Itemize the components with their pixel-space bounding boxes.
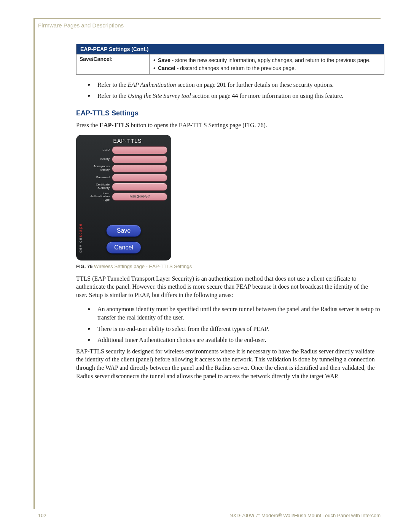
page-number: 102	[38, 513, 46, 518]
intro-paragraph: Press the EAP-TTLS button to opens the E…	[76, 121, 381, 129]
ca-input[interactable]	[112, 183, 167, 191]
diff-inner-auth-choices: Additional Inner Authentication choices …	[88, 336, 381, 344]
row-content: Save - store the new security informatio…	[150, 54, 384, 75]
ref-site-survey: Refer to the Using the Site Survey tool …	[88, 92, 381, 100]
page-footer: 102 NXD-700Vi 7" Modero® Wall/Flush Moun…	[38, 510, 381, 518]
password-input[interactable]	[112, 174, 167, 182]
label-inner-auth: Inner Authentication Type	[88, 192, 110, 202]
settings-table: EAP-PEAP Settings (Cont.) Save/Cancel: S…	[76, 44, 384, 75]
identity-input[interactable]	[112, 155, 167, 163]
diff-no-peap-select: There is no end-user ability to select f…	[88, 325, 381, 333]
figure-caption: FIG. 76 Wireless Settings page - EAP-TTL…	[76, 264, 381, 269]
cancel-bullet: Cancel - discard changes and return to t…	[153, 65, 381, 72]
ttls-security-paragraph: EAP-TTLS security is designed for wirele…	[76, 347, 381, 380]
table-row: Save/Cancel: Save - store the new securi…	[76, 54, 384, 75]
save-bullet: Save - store the new security informatio…	[153, 57, 381, 64]
top-rule	[35, 18, 381, 19]
page-header: Firmware Pages and Descriptions	[38, 22, 381, 29]
diff-anon-identity: An anonymous identity must be specified …	[88, 305, 381, 321]
table-title: EAP-PEAP Settings (Cont.)	[76, 44, 384, 54]
save-button[interactable]: Save	[106, 225, 141, 237]
label-password: Password	[88, 176, 110, 179]
eap-ttls-panel: EAP-TTLS SSID Identity Anonymous Identit…	[76, 135, 171, 260]
label-anon-identity: Anonymous Identity	[88, 165, 110, 172]
inner-auth-select[interactable]: MSCHAPv2	[112, 193, 167, 201]
section-heading: EAP-TTLS Settings	[76, 109, 381, 117]
ref-eap-auth: Refer to the EAP Authentication section …	[88, 81, 381, 89]
product-name: NXD-700Vi 7" Modero® Wall/Flush Mount To…	[229, 513, 381, 518]
panel-title: EAP-TTLS	[88, 138, 167, 144]
ssid-input[interactable]	[112, 146, 167, 154]
anon-identity-input[interactable]	[112, 165, 167, 173]
row-label: Save/Cancel:	[76, 54, 150, 75]
cancel-button[interactable]: Cancel	[106, 241, 141, 254]
difference-list: An anonymous identity must be specified …	[88, 305, 381, 344]
label-identity: Identity	[88, 158, 110, 161]
ttls-description: TTLS (EAP Tunneled Transport Layer Secur…	[76, 275, 381, 299]
reference-list: Refer to the EAP Authentication section …	[88, 81, 381, 100]
left-rule	[33, 18, 35, 509]
label-ca: Certificate Authority	[88, 183, 110, 190]
label-ssid: SSID	[88, 149, 110, 152]
